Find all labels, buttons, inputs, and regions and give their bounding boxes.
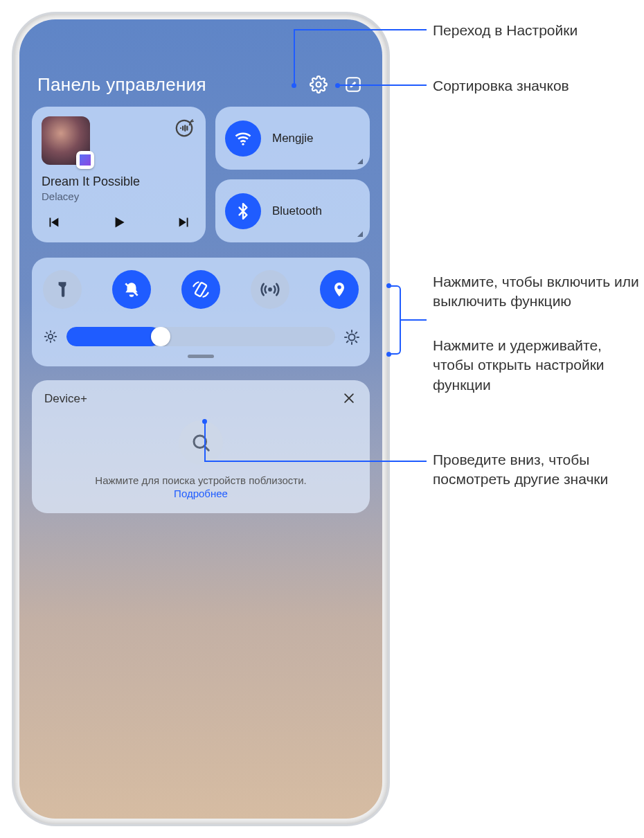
annotation-tap: Нажмите, чтобы включить или выключить фу…	[433, 272, 641, 312]
connectivity-column: Mengjie Bluetooth	[215, 107, 370, 242]
bluetooth-toggle[interactable]: Bluetooth	[215, 179, 370, 242]
quick-settings-row	[43, 270, 359, 309]
hotspot-toggle[interactable]	[251, 270, 289, 309]
bluetooth-label: Bluetooth	[272, 204, 322, 218]
bluetooth-icon	[225, 193, 261, 229]
device-plus-title: Device+	[44, 392, 87, 406]
location-toggle[interactable]	[320, 270, 359, 309]
mute-toggle[interactable]	[112, 270, 151, 309]
expand-corner-icon	[357, 231, 363, 237]
auto-rotate-toggle[interactable]	[181, 270, 220, 309]
svg-point-7	[48, 335, 53, 339]
svg-point-8	[349, 335, 355, 341]
svg-point-3	[242, 143, 244, 145]
song-title: Dream It Possible	[42, 175, 196, 189]
control-panel-header: Панель управления	[32, 32, 370, 107]
top-row: Dream It Possible Delacey	[32, 107, 370, 242]
annotation-sort: Сортировка значков	[433, 76, 569, 96]
svg-point-6	[268, 287, 272, 292]
album-art	[42, 116, 90, 165]
wifi-icon	[225, 121, 261, 157]
page-title: Панель управления	[37, 74, 295, 96]
quick-settings-card	[32, 258, 370, 366]
close-icon[interactable]	[342, 391, 357, 407]
annotation-hold: Нажмите и удерживайте, чтобы открыть нас…	[433, 336, 641, 395]
song-artist: Delacey	[42, 190, 196, 202]
search-devices-button[interactable]	[179, 420, 223, 465]
annotation-settings: Переход в Настройки	[433, 21, 578, 40]
brightness-slider[interactable]	[66, 327, 335, 346]
music-card[interactable]: Dream It Possible Delacey	[32, 107, 206, 242]
annotation-swipe: Проведите вниз, чтобы посмотреть другие …	[433, 450, 627, 490]
settings-icon[interactable]	[307, 73, 330, 96]
wifi-toggle[interactable]: Mengjie	[215, 107, 370, 170]
svg-point-0	[316, 82, 321, 87]
play-icon[interactable]	[109, 212, 129, 233]
audio-cast-icon[interactable]	[172, 116, 196, 140]
brightness-low-icon	[43, 329, 58, 344]
device-hint-text: Нажмите для поиска устройств поблизости.	[44, 474, 357, 486]
brightness-high-icon	[343, 329, 359, 344]
learn-more-link[interactable]: Подробнее	[44, 488, 357, 499]
expand-corner-icon	[357, 159, 363, 164]
device-plus-card: Device+ Нажмите для поиска устройств поб…	[32, 380, 370, 513]
wifi-label: Mengjie	[272, 132, 314, 145]
brightness-row	[43, 327, 359, 346]
drag-handle-icon[interactable]	[188, 355, 214, 358]
svg-rect-5	[195, 283, 206, 297]
media-controls	[42, 212, 196, 233]
flashlight-toggle[interactable]	[43, 270, 82, 309]
phone-frame: Панель управления	[14, 14, 388, 824]
next-track-icon[interactable]	[174, 212, 195, 233]
phone-screen: Панель управления	[19, 19, 382, 819]
previous-track-icon[interactable]	[43, 212, 64, 233]
